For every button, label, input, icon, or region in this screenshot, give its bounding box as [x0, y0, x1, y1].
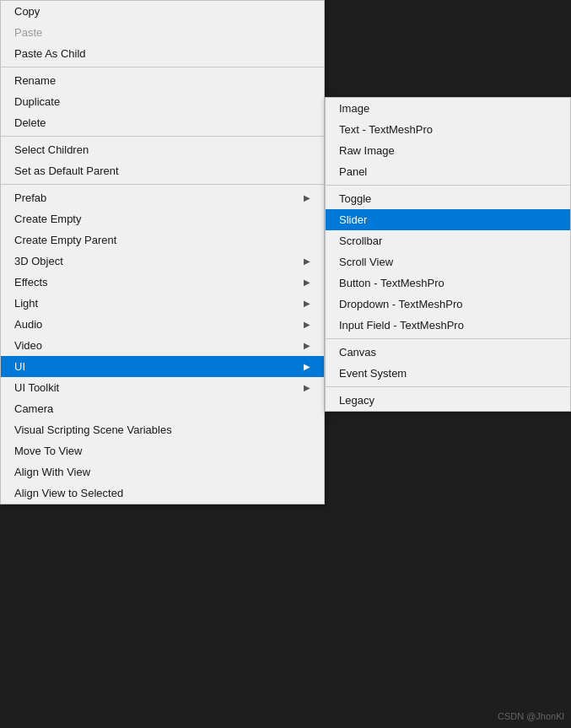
menu-label-prefab: Prefab — [14, 191, 46, 204]
menu-item-dropdown-textmeshpro[interactable]: Dropdown - TextMeshPro — [326, 294, 570, 315]
menu-label-canvas: Canvas — [339, 346, 376, 359]
menu-label-light: Light — [14, 297, 38, 310]
arrow-icon-3d-object: ▶ — [304, 256, 310, 266]
menu-label-input-field-textmeshpro: Input Field - TextMeshPro — [339, 319, 464, 332]
dark-panel-bottom — [325, 548, 571, 728]
arrow-icon-prefab: ▶ — [304, 193, 310, 202]
menu-item-legacy[interactable]: Legacy — [326, 390, 570, 411]
menu-label-select-children: Select Children — [14, 143, 89, 156]
arrow-icon-effects: ▶ — [304, 278, 310, 287]
menu-label-duplicate: Duplicate — [14, 95, 60, 108]
menu-item-button-textmeshpro[interactable]: Button - TextMeshPro — [326, 272, 570, 294]
menu-item-create-empty-parent[interactable]: Create Empty Parent — [1, 229, 324, 251]
menu-label-align-with-view: Align With View — [14, 466, 90, 478]
menu-item-visual-scripting[interactable]: Visual Scripting Scene Variables — [1, 419, 324, 440]
menu-label-effects: Effects — [14, 276, 48, 289]
menu-label-camera: Camera — [14, 402, 53, 415]
menu-label-set-default-parent: Set as Default Parent — [14, 164, 119, 177]
menu-item-event-system[interactable]: Event System — [326, 363, 570, 384]
menu-item-prefab[interactable]: Prefab ▶ — [1, 187, 324, 208]
menu-label-scrollbar: Scrollbar — [339, 235, 382, 247]
menu-item-ui-toolkit[interactable]: UI Toolkit ▶ — [1, 377, 324, 398]
menu-label-create-empty: Create Empty — [14, 213, 81, 225]
arrow-icon-light: ▶ — [304, 299, 310, 308]
menu-label-create-empty-parent: Create Empty Parent — [14, 234, 116, 246]
watermark: CSDN @JhonKl — [498, 711, 564, 721]
separator-2 — [1, 136, 324, 137]
arrow-icon-ui-toolkit: ▶ — [304, 383, 310, 392]
menu-label-paste: Paste — [14, 26, 42, 39]
menu-item-scrollbar[interactable]: Scrollbar — [326, 230, 570, 251]
menu-item-align-view-to-selected[interactable]: Align View to Selected — [1, 483, 324, 504]
menu-item-toggle[interactable]: Toggle — [326, 188, 570, 209]
menu-item-slider[interactable]: Slider — [326, 209, 570, 230]
menu-label-scroll-view: Scroll View — [339, 256, 393, 268]
menu-item-text-textmeshpro[interactable]: Text - TextMeshPro — [326, 119, 570, 140]
menu-label-dropdown-textmeshpro: Dropdown - TextMeshPro — [339, 298, 462, 310]
context-menu-left: Copy Paste Paste As Child Rename Duplica… — [0, 0, 325, 504]
dark-panel-top — [325, 0, 571, 97]
menu-label-panel: Panel — [339, 165, 367, 178]
menu-item-raw-image[interactable]: Raw Image — [326, 140, 570, 161]
menu-label-ui: UI — [14, 360, 25, 373]
menu-item-audio[interactable]: Audio ▶ — [1, 314, 324, 335]
menu-label-align-view-to-selected: Align View to Selected — [14, 487, 123, 499]
menu-item-paste-as-child[interactable]: Paste As Child — [1, 43, 324, 64]
menu-label-delete: Delete — [14, 116, 46, 129]
menu-label-audio: Audio — [14, 318, 42, 331]
menu-label-image: Image — [339, 102, 369, 115]
context-menu-right: Image Text - TextMeshPro Raw Image Panel… — [325, 97, 571, 412]
menu-item-scroll-view[interactable]: Scroll View — [326, 251, 570, 272]
separator-1 — [1, 67, 324, 67]
menu-label-visual-scripting: Visual Scripting Scene Variables — [14, 423, 172, 436]
separator-r3 — [326, 386, 570, 387]
menu-label-ui-toolkit: UI Toolkit — [14, 381, 59, 394]
menu-label-toggle: Toggle — [339, 192, 371, 205]
menu-label-raw-image: Raw Image — [339, 144, 395, 157]
menu-item-move-to-view[interactable]: Move To View — [1, 440, 324, 461]
menu-item-ui[interactable]: UI ▶ — [1, 356, 324, 377]
menu-item-effects[interactable]: Effects ▶ — [1, 272, 324, 293]
separator-r1 — [326, 185, 570, 186]
menu-item-copy[interactable]: Copy — [1, 1, 324, 22]
menu-item-panel[interactable]: Panel — [326, 161, 570, 182]
menu-item-rename[interactable]: Rename — [1, 70, 324, 91]
menu-item-video[interactable]: Video ▶ — [1, 335, 324, 356]
menu-label-legacy: Legacy — [339, 394, 374, 407]
menu-label-text-textmeshpro: Text - TextMeshPro — [339, 123, 433, 136]
separator-r2 — [326, 338, 570, 339]
arrow-icon-video: ▶ — [304, 341, 310, 350]
arrow-icon-audio: ▶ — [304, 320, 310, 329]
menu-item-paste: Paste — [1, 22, 324, 43]
menu-item-set-default-parent[interactable]: Set as Default Parent — [1, 160, 324, 181]
arrow-icon-ui: ▶ — [304, 362, 310, 371]
menu-label-paste-as-child: Paste As Child — [14, 47, 86, 60]
menu-label-event-system: Event System — [339, 367, 407, 380]
menu-item-select-children[interactable]: Select Children — [1, 139, 324, 160]
menu-item-camera[interactable]: Camera — [1, 398, 324, 419]
menu-item-input-field-textmeshpro[interactable]: Input Field - TextMeshPro — [326, 315, 570, 336]
menu-item-image[interactable]: Image — [326, 98, 570, 119]
menu-label-rename: Rename — [14, 74, 56, 87]
separator-3 — [1, 184, 324, 185]
menu-item-align-with-view[interactable]: Align With View — [1, 461, 324, 483]
menu-label-slider: Slider — [339, 213, 367, 226]
menu-label-move-to-view: Move To View — [14, 445, 82, 457]
menu-item-3d-object[interactable]: 3D Object ▶ — [1, 251, 324, 272]
menu-item-duplicate[interactable]: Duplicate — [1, 91, 324, 112]
menu-item-create-empty[interactable]: Create Empty — [1, 208, 324, 229]
menu-label-button-textmeshpro: Button - TextMeshPro — [339, 277, 444, 289]
menu-label-3d-object: 3D Object — [14, 255, 63, 267]
menu-label-copy: Copy — [14, 5, 40, 18]
menu-item-light[interactable]: Light ▶ — [1, 293, 324, 314]
menu-label-video: Video — [14, 339, 42, 352]
menu-item-canvas[interactable]: Canvas — [326, 342, 570, 363]
menu-item-delete[interactable]: Delete — [1, 112, 324, 133]
